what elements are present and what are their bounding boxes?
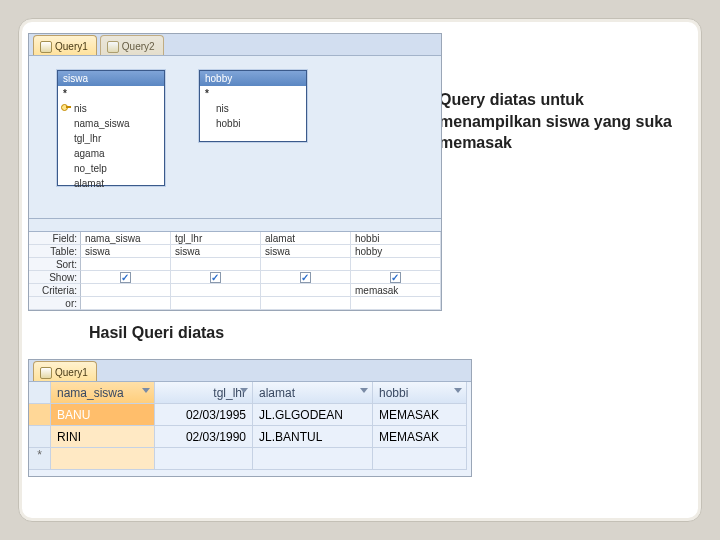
field-row[interactable]: agama <box>58 146 164 161</box>
table-box-siswa[interactable]: siswa * nis nama_siswa tgl_lhr agama no_… <box>57 70 165 186</box>
grid-label: Criteria: <box>29 284 81 297</box>
field-row[interactable]: * <box>200 86 306 101</box>
cell-criteria[interactable] <box>171 284 261 297</box>
cell-or[interactable] <box>171 297 261 310</box>
row-selector[interactable] <box>29 404 51 426</box>
tab-result-query1[interactable]: Query1 <box>33 361 97 381</box>
col-header-tgl[interactable]: tgl_lhr <box>155 382 253 404</box>
field-row[interactable]: * <box>58 86 164 101</box>
cell-field[interactable]: hobbi <box>351 232 441 245</box>
query-design-canvas[interactable]: siswa * nis nama_siswa tgl_lhr agama no_… <box>29 56 441 218</box>
tab-query2[interactable]: Query2 <box>100 35 164 55</box>
checkbox-icon[interactable] <box>300 272 311 283</box>
cell-table[interactable]: siswa <box>171 245 261 258</box>
dropdown-icon[interactable] <box>142 388 150 393</box>
cell-nama[interactable]: RINI <box>51 426 155 448</box>
table-header: hobby <box>200 71 306 86</box>
cell-table[interactable]: hobby <box>351 245 441 258</box>
field-row[interactable]: alamat <box>58 176 164 191</box>
cell-hobbi[interactable]: MEMASAK <box>373 404 467 426</box>
grid-label: Table: <box>29 245 81 258</box>
cell-alamat[interactable]: JL.BANTUL <box>253 426 373 448</box>
grid-columns: nama_siswa siswa tgl_lhr siswa <box>81 232 441 311</box>
cell-show[interactable] <box>81 271 171 284</box>
grid-label: or: <box>29 297 81 310</box>
query-grid: Field: Table: Sort: Show: Criteria: or: … <box>29 232 441 311</box>
table-box-hobby[interactable]: hobby * nis hobbi <box>199 70 307 142</box>
tab-query1[interactable]: Query1 <box>33 35 97 55</box>
cell-sort[interactable] <box>81 258 171 271</box>
grid-label: Show: <box>29 271 81 284</box>
col-label: alamat <box>259 386 295 400</box>
cell-field[interactable]: nama_siswa <box>81 232 171 245</box>
checkbox-icon[interactable] <box>210 272 221 283</box>
grid-column[interactable]: hobbi hobby memasak <box>351 232 441 311</box>
query-tab-bar: Query1 Query2 <box>29 34 441 56</box>
cell-criteria[interactable]: memasak <box>351 284 441 297</box>
col-header-nama[interactable]: nama_siswa <box>51 382 155 404</box>
tab-label: Query1 <box>55 41 88 52</box>
table-header-row: nama_siswa tgl_lhr alamat hobbi <box>29 382 471 404</box>
cell-hobbi[interactable]: MEMASAK <box>373 426 467 448</box>
field-row[interactable]: nama_siswa <box>58 116 164 131</box>
datasheet-table: nama_siswa tgl_lhr alamat hobbi BANU 02/… <box>29 382 471 470</box>
primary-key-icon <box>61 102 71 112</box>
cell-or[interactable] <box>81 297 171 310</box>
field-row[interactable]: nis <box>200 101 306 116</box>
field-row[interactable]: tgl_lhr <box>58 131 164 146</box>
cell-criteria[interactable] <box>81 284 171 297</box>
result-datasheet: Query1 nama_siswa tgl_lhr alamat hobbi B… <box>28 359 472 477</box>
grid-column[interactable]: alamat siswa <box>261 232 351 311</box>
field-row[interactable]: hobbi <box>200 116 306 131</box>
caption-query-description: Query diatas untuk menampilkan siswa yan… <box>439 89 679 154</box>
query-icon <box>107 41 119 53</box>
dropdown-icon[interactable] <box>454 388 462 393</box>
cell-or[interactable] <box>261 297 351 310</box>
checkbox-icon[interactable] <box>390 272 401 283</box>
table-row-new[interactable]: * <box>29 448 471 470</box>
cell-show[interactable] <box>351 271 441 284</box>
result-tab-bar: Query1 <box>29 360 471 382</box>
cell-or[interactable] <box>351 297 441 310</box>
checkbox-icon[interactable] <box>120 272 131 283</box>
cell-field[interactable]: alamat <box>261 232 351 245</box>
cell-alamat[interactable]: JL.GLGODEAN <box>253 404 373 426</box>
splitter-bar[interactable] <box>29 218 441 232</box>
grid-column[interactable]: tgl_lhr siswa <box>171 232 261 311</box>
row-selector[interactable] <box>29 426 51 448</box>
cell-sort[interactable] <box>351 258 441 271</box>
table-header: siswa <box>58 71 164 86</box>
cell-table[interactable]: siswa <box>81 245 171 258</box>
cell-sort[interactable] <box>261 258 351 271</box>
field-row[interactable]: nis <box>58 101 164 116</box>
grid-column[interactable]: nama_siswa siswa <box>81 232 171 311</box>
cell-hobbi[interactable] <box>373 448 467 470</box>
cell-tgl[interactable]: 02/03/1990 <box>155 426 253 448</box>
cell-nama[interactable]: BANU <box>51 404 155 426</box>
cell-criteria[interactable] <box>261 284 351 297</box>
table-row[interactable]: BANU 02/03/1995 JL.GLGODEAN MEMASAK <box>29 404 471 426</box>
cell-show[interactable] <box>261 271 351 284</box>
table-row[interactable]: RINI 02/03/1990 JL.BANTUL MEMASAK <box>29 426 471 448</box>
query-design-window: Query1 Query2 siswa * nis nama_siswa tgl… <box>28 33 442 311</box>
dropdown-icon[interactable] <box>240 388 248 393</box>
cell-nama[interactable] <box>51 448 155 470</box>
cell-show[interactable] <box>171 271 261 284</box>
query-icon <box>40 41 52 53</box>
cell-alamat[interactable] <box>253 448 373 470</box>
cell-table[interactable]: siswa <box>261 245 351 258</box>
new-row-marker[interactable]: * <box>29 448 51 470</box>
row-selector-header[interactable] <box>29 382 51 404</box>
field-row[interactable]: no_telp <box>58 161 164 176</box>
tab-label: Query1 <box>55 367 88 378</box>
cell-sort[interactable] <box>171 258 261 271</box>
cell-tgl[interactable] <box>155 448 253 470</box>
grid-label: Sort: <box>29 258 81 271</box>
slide-frame: Query diatas untuk menampilkan siswa yan… <box>18 18 702 522</box>
col-header-alamat[interactable]: alamat <box>253 382 373 404</box>
grid-label: Field: <box>29 232 81 245</box>
col-header-hobbi[interactable]: hobbi <box>373 382 467 404</box>
dropdown-icon[interactable] <box>360 388 368 393</box>
cell-field[interactable]: tgl_lhr <box>171 232 261 245</box>
cell-tgl[interactable]: 02/03/1995 <box>155 404 253 426</box>
